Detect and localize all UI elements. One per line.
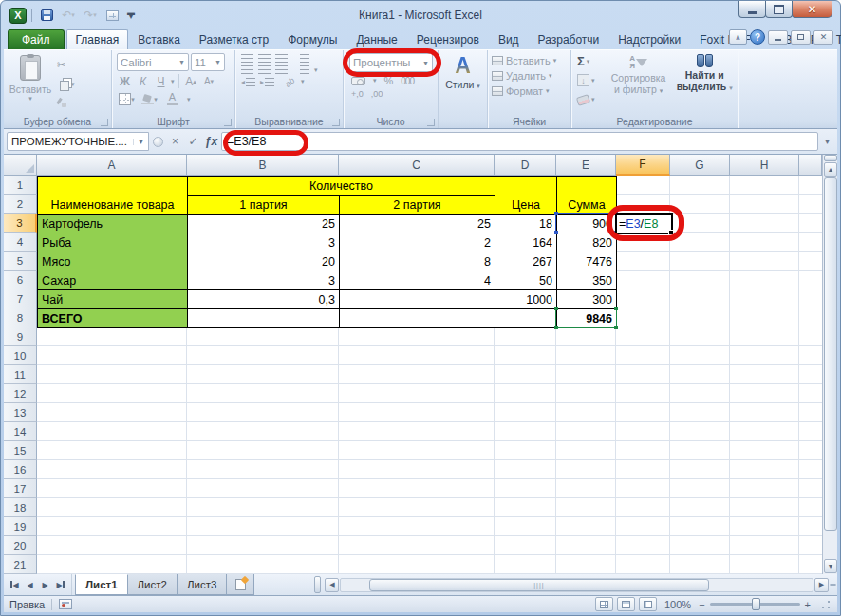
first-sheet-button[interactable]: ◀: [8, 578, 22, 592]
horizontal-scrollbar[interactable]: ◀ |||| ▶: [324, 574, 837, 595]
fill-color-button[interactable]: ▾: [141, 91, 158, 107]
align-bottom-icon[interactable]: [275, 54, 288, 63]
orientation-icon[interactable]: ab: [283, 74, 298, 88]
column-header-partial[interactable]: [799, 155, 822, 176]
cell-r6c2[interactable]: 3: [188, 271, 340, 290]
number-format-combobox[interactable]: Процентны▼: [349, 53, 433, 72]
cell-r6c1[interactable]: Сахар: [38, 271, 188, 290]
row-header-13[interactable]: 13: [4, 403, 37, 422]
column-header-C[interactable]: C: [339, 155, 495, 176]
scroll-down-icon[interactable]: ▼: [824, 559, 837, 573]
underline-button[interactable]: Ч: [153, 73, 169, 89]
row-header-9[interactable]: 9: [4, 327, 37, 346]
row-header-8[interactable]: 8: [4, 308, 37, 327]
decrease-indent-icon[interactable]: ◂: [241, 78, 255, 86]
cells-area[interactable]: Наименование товараКоличество1 партия2 п…: [37, 176, 822, 574]
cell-r7c2[interactable]: 0,3: [188, 290, 340, 309]
row-header-7[interactable]: 7: [4, 289, 37, 308]
paste-button[interactable]: Вставить ▾: [6, 53, 55, 115]
enter-entry-button[interactable]: ✓: [185, 133, 201, 150]
next-sheet-button[interactable]: ▶: [38, 578, 52, 592]
row-header-18[interactable]: 18: [4, 498, 37, 517]
font-name-combobox[interactable]: Calibri▼: [117, 53, 189, 71]
sheet-tab-Лист1[interactable]: Лист1: [75, 574, 128, 595]
cell-r6c5[interactable]: 350: [557, 271, 617, 290]
minimize-button[interactable]: [738, 1, 766, 18]
font-size-combobox[interactable]: 11▼: [191, 53, 225, 71]
workbook-close-button[interactable]: ✕: [813, 30, 833, 45]
alignment-dialog-launcher[interactable]: [332, 119, 340, 126]
cell-r5c1[interactable]: Мясо: [38, 252, 188, 271]
page-break-view-button[interactable]: [639, 597, 657, 611]
prev-sheet-button[interactable]: ◀: [23, 578, 37, 592]
copy-button[interactable]: ▾: [55, 76, 78, 92]
cell-r4c3[interactable]: 2: [340, 233, 495, 252]
row-header-5[interactable]: 5: [4, 252, 37, 271]
name-box[interactable]: ПРОМЕЖУТОЧНЫЕ....▼: [7, 132, 149, 151]
increase-indent-icon[interactable]: ▸: [260, 78, 274, 86]
cell-r8c3[interactable]: [340, 309, 495, 328]
row-header-3[interactable]: 3: [4, 214, 37, 233]
ribbon-tab[interactable]: Вид: [489, 29, 529, 49]
ribbon-tab[interactable]: Рецензиров: [407, 29, 489, 49]
cell-r5c2[interactable]: 20: [188, 252, 340, 271]
ribbon-tab[interactable]: Разработчи: [529, 29, 609, 49]
cell-r8c2[interactable]: [188, 309, 340, 328]
tab-split-handle[interactable]: [314, 576, 321, 593]
fill-button[interactable]: ↓▾: [575, 72, 604, 88]
accounting-format-icon[interactable]: [351, 77, 365, 85]
align-left-icon[interactable]: [241, 65, 253, 74]
macro-record-icon[interactable]: [59, 599, 72, 609]
row-header-10[interactable]: 10: [4, 346, 37, 365]
column-header-B[interactable]: B: [187, 155, 339, 176]
ribbon-tab[interactable]: Главная: [66, 29, 129, 50]
align-center-icon[interactable]: [258, 65, 271, 74]
sheet-tab-Лист3[interactable]: Лист3: [177, 574, 227, 595]
cell-r3c4[interactable]: 18: [495, 215, 557, 233]
row-header-11[interactable]: 11: [4, 365, 37, 384]
wrap-text-icon[interactable]: [300, 54, 309, 63]
zoom-level[interactable]: 100%: [664, 599, 691, 610]
cell-styles-button[interactable]: А Стили ▾: [445, 54, 480, 90]
zoom-slider-thumb[interactable]: [752, 598, 760, 610]
number-dialog-launcher[interactable]: [427, 119, 435, 126]
cell-r7c1[interactable]: Чай: [38, 290, 188, 309]
cell-r5c4[interactable]: 267: [495, 252, 557, 271]
row-header-2[interactable]: 2: [4, 195, 37, 214]
row-header-15[interactable]: 15: [4, 441, 37, 460]
resize-grip[interactable]: [820, 599, 832, 610]
cell-r1c5[interactable]: Сумма: [557, 177, 617, 215]
cell-r1c1[interactable]: Наименование товара: [38, 177, 188, 215]
cell-r2c3[interactable]: 2 партия: [340, 196, 495, 215]
help-icon[interactable]: ?: [750, 29, 765, 45]
column-header-D[interactable]: D: [495, 155, 556, 176]
ribbon-tab[interactable]: Вставка: [128, 29, 190, 49]
row-header-4[interactable]: 4: [4, 233, 37, 252]
cut-button[interactable]: ✂: [55, 57, 78, 73]
collapse-ribbon-icon[interactable]: ∧: [729, 29, 747, 45]
cell-r7c4[interactable]: 1000: [495, 290, 557, 309]
align-top-icon[interactable]: [241, 54, 253, 63]
cell-r1c2[interactable]: Количество: [188, 177, 495, 196]
cell-F3-editing[interactable]: =E3/E8: [615, 213, 673, 234]
clipboard-dialog-launcher[interactable]: [101, 119, 108, 126]
cell-r3c2[interactable]: 25: [188, 215, 340, 233]
insert-worksheet-button[interactable]: [226, 574, 254, 595]
name-box-arrow-icon[interactable]: ▼: [133, 139, 144, 145]
workbook-restore-button[interactable]: [791, 30, 811, 45]
zoom-out-icon[interactable]: −: [699, 599, 704, 610]
borders-button[interactable]: ▾: [119, 91, 135, 107]
cell-r4c1[interactable]: Рыба: [38, 233, 188, 252]
cell-r3c1[interactable]: Картофель: [38, 215, 188, 233]
italic-button[interactable]: К: [135, 73, 151, 89]
merge-center-icon[interactable]: [300, 65, 309, 74]
row-header-19[interactable]: 19: [4, 517, 37, 536]
formula-input[interactable]: =E3/E8: [221, 132, 818, 151]
cell-r5c5[interactable]: 7476: [557, 252, 617, 271]
increase-decimal-button[interactable]: +,0: [351, 89, 364, 99]
ribbon-tab[interactable]: Разметка стр: [190, 29, 278, 49]
row-header-16[interactable]: 16: [4, 460, 37, 479]
scroll-left-icon[interactable]: ◀: [325, 578, 339, 592]
bold-button[interactable]: Ж: [117, 73, 133, 89]
vertical-split-handle[interactable]: [824, 155, 837, 161]
